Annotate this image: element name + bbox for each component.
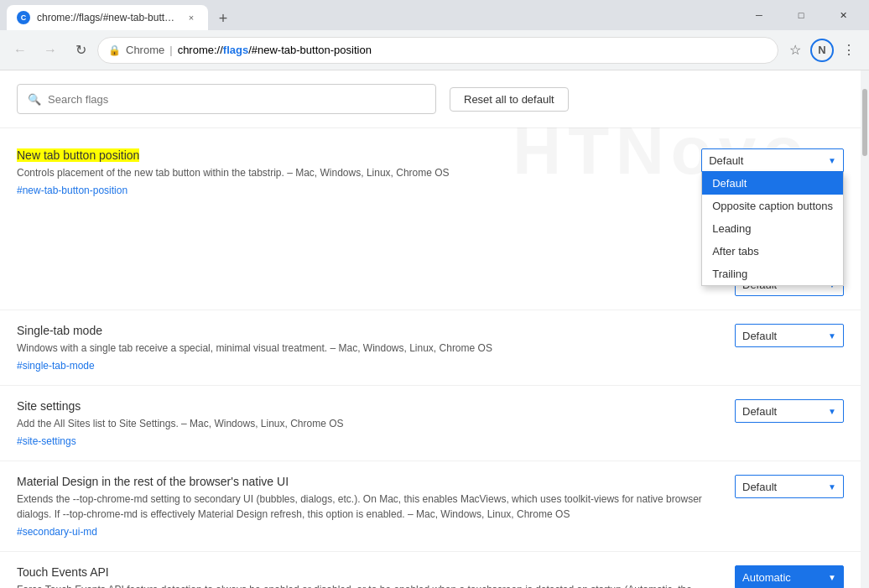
flag-desc-material-design: Extends the --top-chrome-md setting to s… (17, 492, 713, 522)
minimize-button[interactable]: ─ (740, 2, 778, 29)
flags-header: 🔍 Reset all to default (0, 70, 861, 128)
flag-item-touch-events: Touch Events API Force Touch Events API … (0, 552, 861, 588)
bookmark-star-icon[interactable]: ☆ (782, 37, 809, 64)
chrome-menu-icon[interactable]: ⋮ (835, 37, 862, 64)
flag-desc-touch-events: Force Touch Events API feature detection… (17, 582, 713, 588)
dropdown-selected-value: Default (709, 154, 743, 167)
flag-info-material-design: Material Design in the rest of the brows… (17, 475, 713, 538)
address-bar: ← → ↻ 🔒 Chrome | chrome://flags/#new-tab… (0, 30, 869, 70)
flag-name-site-settings: Site settings (17, 399, 713, 413)
dropdown-arrow-material-design: ▼ (828, 482, 836, 492)
dropdown-site-settings[interactable]: Default ▼ (735, 399, 844, 423)
dropdown-value-touch-events: Automatic (742, 571, 791, 584)
flag-name-highlight: New tab button position (17, 148, 139, 162)
url-prefix: chrome:// (178, 44, 223, 56)
flag-control-site-settings: Default ▼ (726, 399, 844, 423)
tab-area: C chrome://flags/#new-tab-button... × + (7, 0, 736, 30)
browser-name: Chrome (126, 44, 164, 56)
flag-name-material-design: Material Design in the rest of the brows… (17, 475, 713, 488)
dropdown-touch-events[interactable]: Automatic ▼ (735, 565, 844, 588)
flag-control-material-design: Default ▼ (726, 475, 844, 498)
flag-control-touch-events: Automatic ▼ (726, 565, 844, 588)
active-tab[interactable]: C chrome://flags/#new-tab-button... × (7, 5, 208, 30)
tab-title: chrome://flags/#new-tab-button... (37, 12, 178, 23)
flag-control-single-tab: Default ▼ (726, 324, 844, 347)
flag-link-material-design[interactable]: #secondary-ui-md (17, 526, 97, 538)
profile-icon[interactable]: N (810, 39, 834, 62)
flag-control-new-tab: Default ▼ Default Opposite caption butto… (726, 148, 844, 296)
dropdown-menu-new-tab: Default Opposite caption buttons Leading… (701, 172, 844, 286)
close-button[interactable]: ✕ (824, 2, 862, 29)
url-separator: | (169, 44, 172, 56)
content-area: 🔍 Reset all to default HTNovo New tab bu… (0, 70, 861, 588)
maximize-button[interactable]: □ (782, 2, 820, 29)
dropdown-option-default[interactable]: Default (702, 172, 843, 195)
flag-link-new-tab[interactable]: #new-tab-button-position (17, 185, 127, 196)
url-suffix: /#new-tab-button-position (248, 44, 372, 56)
flag-name-new-tab: New tab button position (17, 148, 713, 162)
flag-info-new-tab: New tab button position Controls placeme… (17, 148, 713, 196)
title-bar: C chrome://flags/#new-tab-button... × + … (0, 0, 869, 30)
flag-link-site-settings[interactable]: #site-settings (17, 435, 76, 447)
scrollbar-thumb[interactable] (862, 89, 867, 156)
dropdown-single-tab[interactable]: Default ▼ (735, 324, 844, 347)
omnibox[interactable]: 🔒 Chrome | chrome://flags/#new-tab-butto… (97, 37, 778, 64)
flags-list: New tab button position Controls placeme… (0, 128, 861, 588)
url-display: chrome://flags/#new-tab-button-position (178, 44, 372, 56)
reset-all-button[interactable]: Reset all to default (450, 87, 569, 112)
dropdown-arrow-single-tab: ▼ (828, 331, 836, 341)
tab-close-button[interactable]: × (185, 11, 198, 24)
dropdown-open-container: Default ▼ Default Opposite caption butto… (701, 148, 844, 286)
dropdown-arrow-touch-events: ▼ (828, 573, 836, 582)
dropdown-option-leading[interactable]: Leading (702, 217, 843, 240)
flag-item-site-settings: Site settings Add the All Sites list to … (0, 386, 861, 461)
tab-favicon: C (17, 11, 30, 24)
flag-desc-single-tab: Windows with a single tab receive a spec… (17, 341, 713, 356)
site-info-icon: 🔒 (108, 44, 121, 56)
vertical-scrollbar[interactable] (861, 70, 869, 588)
flag-item-single-tab-mode: Single-tab mode Windows with a single ta… (0, 310, 861, 386)
flag-name-touch-events: Touch Events API (17, 565, 713, 579)
flag-item-new-tab-button-position: New tab button position Controls placeme… (0, 135, 861, 310)
flag-info-site-settings: Site settings Add the All Sites list to … (17, 399, 713, 447)
new-tab-button[interactable]: + (211, 7, 235, 30)
dropdown-option-trailing[interactable]: Trailing (702, 263, 843, 285)
refresh-button[interactable]: ↻ (67, 37, 94, 64)
dropdown-arrow-site-settings: ▼ (828, 407, 836, 416)
flag-desc-site-settings: Add the All Sites list to Site Settings.… (17, 416, 713, 431)
flag-item-material-design: Material Design in the rest of the brows… (0, 461, 861, 552)
search-input[interactable] (48, 93, 425, 106)
dropdown-option-after-tabs[interactable]: After tabs (702, 240, 843, 263)
back-button[interactable]: ← (7, 37, 34, 64)
dropdown-arrow-icon: ▼ (828, 156, 836, 165)
dropdown-option-opposite[interactable]: Opposite caption buttons (702, 195, 843, 217)
forward-button[interactable]: → (37, 37, 64, 64)
search-box[interactable]: 🔍 (17, 84, 436, 114)
flag-link-single-tab[interactable]: #single-tab-mode (17, 360, 95, 372)
flag-desc-new-tab: Controls placement of the new tab button… (17, 165, 713, 180)
url-flags-highlight: flags (223, 44, 248, 56)
flag-info-touch-events: Touch Events API Force Touch Events API … (17, 565, 713, 588)
flag-info-single-tab: Single-tab mode Windows with a single ta… (17, 324, 713, 372)
dropdown-header-new-tab[interactable]: Default ▼ (701, 148, 844, 172)
dropdown-value-site-settings: Default (742, 405, 777, 418)
toolbar-icons: ☆ N ⋮ (782, 37, 862, 64)
search-icon: 🔍 (28, 93, 41, 106)
dropdown-material-design[interactable]: Default ▼ (735, 475, 844, 498)
dropdown-value-material-design: Default (742, 481, 777, 493)
window-controls: ─ □ ✕ (740, 2, 862, 29)
dropdown-value-single-tab: Default (742, 330, 777, 342)
flag-name-single-tab: Single-tab mode (17, 324, 713, 337)
main-area: 🔍 Reset all to default HTNovo New tab bu… (0, 70, 869, 588)
